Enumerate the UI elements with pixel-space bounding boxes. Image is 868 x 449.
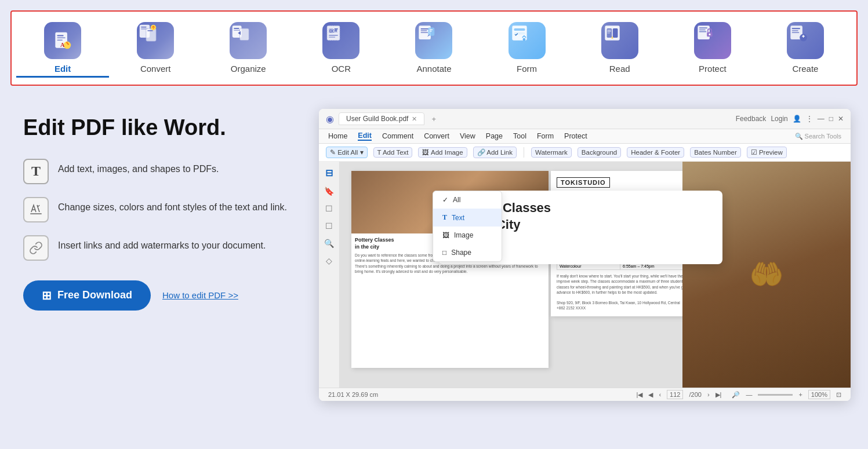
menu-view[interactable]: View xyxy=(460,132,475,140)
nav-label-organize: Organize xyxy=(231,64,266,74)
text-feature-icon: T xyxy=(23,159,49,184)
nav-item-convert[interactable]: Convert xyxy=(109,19,202,78)
header-footer-button[interactable]: Header & Footer xyxy=(627,147,684,158)
account-icon[interactable]: 👤 xyxy=(793,115,801,123)
dropdown-item-all[interactable]: ✓ All xyxy=(433,191,502,209)
pdf-titlebar: ◉ User Guild Book.pdf ✕ + Feedback Login… xyxy=(319,109,851,129)
left-panel: Edit PDF like Word. T Add text, images, … xyxy=(23,109,302,401)
sidebar-checkbox[interactable]: ☐ xyxy=(325,204,333,213)
nav-prev[interactable]: ◀ xyxy=(648,391,653,399)
dropdown-item-image[interactable]: 🖼 Image xyxy=(433,227,502,244)
maximize-button[interactable]: □ xyxy=(829,115,833,123)
dropdown-menu: ✓ All T Text 🖼 Image □ xyxy=(433,191,502,262)
titlebar-right: Feedback Login 👤 ⋮ — □ ✕ xyxy=(736,115,844,123)
image-type-icon: 🖼 xyxy=(442,231,449,239)
svg-rect-30 xyxy=(514,28,525,31)
tab-add-button[interactable]: + xyxy=(431,115,436,123)
svg-rect-14 xyxy=(240,28,249,41)
nav-next[interactable]: › xyxy=(707,391,710,398)
page-number[interactable]: 112 xyxy=(667,390,683,399)
how-to-edit-link[interactable]: How to edit PDF >> xyxy=(162,290,238,300)
action-row: ⊞ Free Download How to edit PDF >> xyxy=(23,280,302,311)
free-download-button[interactable]: ⊞ Free Download xyxy=(23,280,151,311)
nav-item-form[interactable]: Form xyxy=(481,19,573,78)
nav-item-read[interactable]: Read xyxy=(573,19,666,78)
zoom-controls-left: 🔎 xyxy=(732,391,740,399)
svg-rect-26 xyxy=(421,30,427,31)
pdf-tab[interactable]: User Guild Book.pdf ✕ xyxy=(339,112,424,125)
fit-page[interactable]: ⊡ xyxy=(836,391,841,399)
watermark-button[interactable]: Watermark xyxy=(531,147,572,158)
svg-rect-38 xyxy=(607,32,610,33)
pdf-pages: 🏺 Pottery Classesin the city Do you want… xyxy=(340,162,851,388)
form-icon xyxy=(509,22,546,59)
annotate-icon xyxy=(415,22,452,59)
menu-convert[interactable]: Convert xyxy=(424,132,449,140)
add-link-button[interactable]: 🔗 Add Link xyxy=(473,147,517,158)
convert-icon xyxy=(137,22,174,59)
sidebar-search[interactable]: 🔍 xyxy=(324,239,334,248)
menu-edit[interactable]: Edit xyxy=(358,132,372,141)
minimize-button[interactable]: — xyxy=(818,115,825,123)
dropdown-item-shape[interactable]: □ Shape xyxy=(433,244,502,261)
menu-dots[interactable]: ⋮ xyxy=(806,115,813,123)
menu-page[interactable]: Page xyxy=(486,132,503,140)
bates-number-button[interactable]: Bates Number xyxy=(690,147,741,158)
edit-all-dropdown[interactable]: ✎ Edit All ▾ xyxy=(326,147,368,158)
nav-item-edit[interactable]: A Edit xyxy=(16,19,109,78)
menu-comment[interactable]: Comment xyxy=(382,132,413,140)
add-image-button[interactable]: 🖼 Add Image xyxy=(418,147,467,158)
svg-rect-15 xyxy=(234,28,239,29)
pdf-toolbar: ✎ Edit All ▾ T Add Text 🖼 Add Image 🔗 Ad… xyxy=(319,144,851,162)
svg-rect-41 xyxy=(699,30,706,31)
feature-item-text: T Add text, images, and shapes to PDFs. xyxy=(23,159,302,184)
menu-tool[interactable]: Tool xyxy=(513,132,526,140)
search-tools[interactable]: 🔍 Search Tools xyxy=(795,133,841,140)
edit-icon: A xyxy=(44,22,81,59)
svg-rect-47 xyxy=(792,30,798,31)
feature-text-links: Insert links and add watermarks to your … xyxy=(58,235,266,253)
windows-icon: ⊞ xyxy=(42,289,52,302)
sidebar-page-icon[interactable]: ☐ xyxy=(325,221,333,231)
nav-item-organize[interactable]: Organize xyxy=(202,19,295,78)
svg-rect-31 xyxy=(514,32,525,34)
sidebar-bookmark[interactable]: 🔖 xyxy=(324,187,334,196)
svg-rect-3 xyxy=(57,39,63,41)
nav-first[interactable]: |◀ xyxy=(637,391,643,399)
dropdown-item-text[interactable]: T Text xyxy=(433,209,502,227)
page-total: /200 xyxy=(689,391,701,398)
zoom-level[interactable]: 100% xyxy=(808,390,830,399)
nav-prev2[interactable]: ‹ xyxy=(659,391,661,398)
svg-rect-27 xyxy=(421,32,428,33)
add-text-button[interactable]: T Add Text xyxy=(373,147,413,158)
feedback-label[interactable]: Feedback xyxy=(736,115,767,123)
preview-checkbox[interactable]: ☑ Preview xyxy=(747,147,787,158)
nav-item-create[interactable]: Create xyxy=(759,19,852,78)
nav-item-protect[interactable]: Protect xyxy=(666,19,759,78)
pdf-menubar: Home Edit Comment Convert View Page Tool… xyxy=(319,129,851,144)
svg-rect-36 xyxy=(607,30,611,30)
create-icon xyxy=(787,22,824,59)
hero-title: Edit PDF like Word. xyxy=(23,115,302,141)
login-label[interactable]: Login xyxy=(771,115,787,123)
menu-form[interactable]: Form xyxy=(537,132,554,140)
svg-rect-1 xyxy=(57,35,64,36)
sidebar-panel-toggle[interactable]: ⊟ xyxy=(325,167,333,178)
close-button[interactable]: ✕ xyxy=(838,115,844,123)
zoom-slider[interactable] xyxy=(758,394,793,396)
nav-item-annotate[interactable]: Annotate xyxy=(387,19,480,78)
ocr-icon: OCR xyxy=(322,22,359,59)
nav-label-protect: Protect xyxy=(699,64,727,74)
zoom-out[interactable]: — xyxy=(746,391,752,398)
nav-label-read: Read xyxy=(609,64,630,74)
tab-close-button[interactable]: ✕ xyxy=(412,115,417,123)
main-content: Edit PDF like Word. T Add text, images, … xyxy=(0,92,868,413)
sidebar-more[interactable]: ◇ xyxy=(326,256,332,265)
nav-item-ocr[interactable]: OCR OCR xyxy=(295,19,387,78)
menu-home[interactable]: Home xyxy=(328,132,347,140)
background-button[interactable]: Background xyxy=(578,147,621,158)
zoom-in[interactable]: + xyxy=(798,391,802,398)
nav-last[interactable]: ▶| xyxy=(716,391,722,399)
menu-protect[interactable]: Protect xyxy=(564,132,587,140)
svg-rect-52 xyxy=(30,213,42,214)
